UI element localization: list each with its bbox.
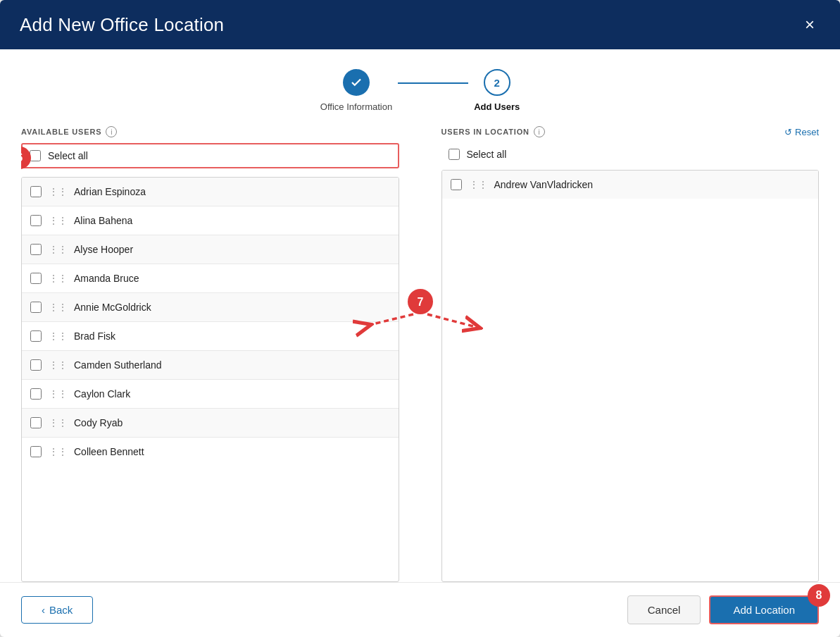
available-users-info-icon[interactable]: i: [106, 126, 117, 137]
drag-handle-icon: ⋮⋮: [49, 359, 67, 371]
reset-button[interactable]: ↺ Reset: [784, 127, 819, 137]
users-in-location-label: USERS IN LOCATION: [441, 128, 529, 136]
location-user-row: ⋮⋮ Andrew VanVladricken: [442, 171, 819, 199]
available-users-label: AVAILABLE USERS: [21, 128, 101, 136]
users-in-location-column: USERS IN LOCATION i ↺ Reset Select all ⋮…: [441, 126, 820, 582]
reset-icon: ↺: [784, 127, 792, 137]
step-2: 2 Add Users: [474, 69, 520, 112]
modal-title: Add New Office Location: [20, 14, 224, 36]
user-name: Colleen Bennett: [74, 446, 144, 457]
select-all-location-checkbox[interactable]: [449, 149, 460, 160]
select-all-available-wrapper: 6 Select all: [21, 143, 399, 173]
select-all-available-row: Select all: [21, 143, 399, 168]
user-name: Brad Fisk: [74, 330, 115, 342]
drag-handle-icon: ⋮⋮: [49, 215, 67, 226]
user-row: ⋮⋮ Camden Sutherland: [22, 351, 399, 380]
user-row: ⋮⋮ Adrian Espinoza: [22, 178, 399, 206]
user-name: Adrian Espinoza: [74, 186, 146, 197]
columns-container: AVAILABLE USERS i 6 Select all ⋮⋮ Adria: [21, 126, 819, 582]
svg-point-0: [408, 289, 433, 314]
footer: ‹ Back Cancel 8 Add Location: [0, 582, 840, 637]
right-buttons: Cancel 8 Add Location: [627, 595, 819, 624]
available-users-list[interactable]: ⋮⋮ Adrian Espinoza ⋮⋮ Alina Bahena ⋮⋮ Al…: [21, 177, 399, 582]
cancel-button[interactable]: Cancel: [627, 595, 701, 624]
user-checkbox[interactable]: [30, 388, 42, 400]
content-area: AVAILABLE USERS i 6 Select all ⋮⋮ Adria: [0, 126, 840, 582]
user-checkbox[interactable]: [30, 186, 42, 197]
back-label: Back: [49, 604, 73, 616]
select-all-location-label: Select all: [467, 149, 507, 160]
drag-handle-icon: ⋮⋮: [49, 273, 67, 284]
users-in-location-header: USERS IN LOCATION i ↺ Reset: [441, 126, 820, 137]
user-row: ⋮⋮ Amanda Bruce: [22, 264, 399, 293]
drag-handle-icon: ⋮⋮: [49, 244, 67, 255]
user-checkbox[interactable]: [30, 273, 42, 284]
modal-header: Add New Office Location ×: [0, 0, 840, 49]
stepper: Office Information 2 Add Users: [0, 49, 840, 126]
add-location-button[interactable]: Add Location: [709, 595, 819, 624]
user-checkbox[interactable]: [30, 446, 42, 457]
user-name: Annie McGoldrick: [74, 302, 151, 313]
select-all-location-row: Select all: [441, 143, 820, 166]
user-checkbox[interactable]: [30, 302, 42, 313]
user-name: Alyse Hooper: [74, 244, 133, 255]
drag-handle-icon: ⋮⋮: [49, 330, 67, 342]
step-2-label: Add Users: [474, 101, 520, 112]
badge-8: 8: [808, 584, 830, 607]
location-user-checkbox[interactable]: [451, 179, 462, 190]
drag-handle-icon: ⋮⋮: [49, 388, 67, 400]
step-1-circle: [343, 69, 370, 96]
user-checkbox[interactable]: [30, 359, 42, 371]
select-all-available-checkbox[interactable]: [30, 150, 41, 161]
drag-handle-icon: ⋮⋮: [469, 179, 487, 190]
user-checkbox[interactable]: [30, 417, 42, 428]
user-name: Camden Sutherland: [74, 359, 162, 371]
user-checkbox[interactable]: [30, 215, 42, 226]
drag-handle-icon: ⋮⋮: [49, 446, 67, 457]
step-1-label: Office Information: [320, 101, 392, 112]
reset-label: Reset: [795, 127, 819, 137]
user-row: ⋮⋮ Caylon Clark: [22, 380, 399, 409]
add-location-wrapper: 8 Add Location: [709, 595, 819, 624]
available-users-header: AVAILABLE USERS i: [21, 126, 399, 137]
users-in-location-info-icon[interactable]: i: [534, 126, 545, 137]
available-users-column: AVAILABLE USERS i 6 Select all ⋮⋮ Adria: [21, 126, 399, 582]
drag-handle-icon: ⋮⋮: [49, 417, 67, 428]
step-1: Office Information: [320, 69, 392, 112]
user-row: ⋮⋮ Alina Bahena: [22, 206, 399, 235]
drag-handle-icon: ⋮⋮: [49, 302, 67, 313]
user-row: ⋮⋮ Brad Fisk: [22, 322, 399, 351]
user-row: ⋮⋮ Colleen Bennett: [22, 438, 399, 466]
drag-handle-icon: ⋮⋮: [49, 186, 67, 197]
user-name: Alina Bahena: [74, 215, 132, 226]
user-checkbox[interactable]: [30, 330, 42, 342]
select-all-available-label: Select all: [48, 150, 88, 161]
user-checkbox[interactable]: [30, 244, 42, 255]
chevron-left-icon: ‹: [42, 604, 45, 616]
close-button[interactable]: ×: [799, 13, 820, 36]
svg-text:7: 7: [417, 296, 423, 308]
modal-container: Add New Office Location × Office Informa…: [0, 0, 840, 637]
user-row: ⋮⋮ Alyse Hooper: [22, 235, 399, 264]
step-2-circle: 2: [484, 69, 510, 96]
user-row: ⋮⋮ Annie McGoldrick: [22, 293, 399, 322]
users-in-location-list[interactable]: ⋮⋮ Andrew VanVladricken: [441, 170, 820, 582]
location-user-name: Andrew VanVladricken: [494, 179, 594, 190]
user-row: ⋮⋮ Cody Ryab: [22, 409, 399, 438]
user-name: Amanda Bruce: [74, 273, 139, 284]
user-name: Caylon Clark: [74, 388, 130, 400]
back-button[interactable]: ‹ Back: [21, 596, 93, 624]
step-connector: [398, 82, 468, 84]
user-name: Cody Ryab: [74, 417, 123, 428]
